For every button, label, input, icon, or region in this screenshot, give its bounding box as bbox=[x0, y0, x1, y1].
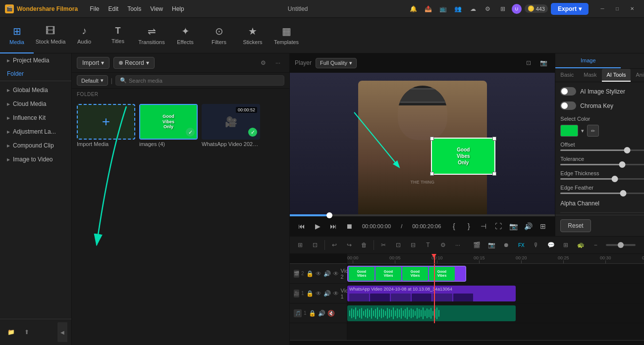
sidebar-item-compound-clip[interactable]: ▶ Compound Clip bbox=[0, 139, 71, 152]
edge-feather-slider-handle[interactable] bbox=[620, 190, 627, 197]
extra-button-1[interactable]: ⊞ bbox=[559, 239, 572, 251]
sidebar-item-project-media[interactable]: ▶ Project Media bbox=[0, 53, 71, 67]
images-thumb[interactable]: GoodVibesOnly ✓ bbox=[139, 104, 198, 140]
toolbar-stock-media[interactable]: 🎞 Stock Media bbox=[34, 18, 67, 53]
toolbar-titles[interactable]: T Titles bbox=[101, 18, 135, 53]
pip-button[interactable]: ⊞ bbox=[536, 219, 550, 233]
preview-timeline-bar[interactable] bbox=[290, 214, 555, 216]
overlay-green-box[interactable]: GoodVibesOnly bbox=[431, 138, 495, 175]
split-timeline-button[interactable]: ✂ bbox=[377, 239, 390, 251]
effects-timeline-button[interactable]: ⚙ bbox=[436, 239, 449, 251]
vol-up-button[interactable]: + bbox=[640, 239, 644, 251]
reset-button[interactable]: Reset bbox=[560, 219, 590, 232]
screen-icon[interactable]: 📺 bbox=[437, 3, 449, 15]
export-button[interactable]: Export ▾ bbox=[551, 3, 589, 15]
filter-settings-icon[interactable]: ⚙ bbox=[257, 56, 269, 69]
timeline-grid-icon[interactable]: ⊞ bbox=[294, 239, 307, 251]
video1-lock-icon[interactable]: 🔒 bbox=[306, 290, 314, 297]
minimize-button[interactable]: ─ bbox=[595, 3, 609, 15]
add-track-button[interactable]: 🎬 bbox=[470, 239, 483, 251]
grid-icon[interactable]: ⊞ bbox=[497, 3, 509, 15]
snapshot-icon[interactable]: 📷 bbox=[537, 56, 550, 69]
notification-icon[interactable]: 🔔 bbox=[408, 3, 420, 15]
camera-button[interactable]: 📷 bbox=[485, 239, 498, 251]
more-options-icon[interactable]: ··· bbox=[271, 56, 284, 69]
media-video-item[interactable]: 🎥 00:00:52 ✓ WhatsApp Video 2024-... bbox=[202, 104, 260, 147]
sidebar-item-adjustment-layers[interactable]: ▶ Adjustment La... bbox=[0, 125, 71, 139]
ai-image-stylizer-toggle[interactable] bbox=[560, 87, 576, 96]
skip-forward-button[interactable]: ⏭ bbox=[326, 219, 340, 233]
settings-icon[interactable]: ⚙ bbox=[482, 3, 494, 15]
subtab-animation[interactable]: Ani... bbox=[631, 69, 644, 82]
audio1-lock-icon[interactable]: 🔒 bbox=[309, 310, 316, 317]
tolerance-slider-handle[interactable] bbox=[619, 161, 625, 168]
video1-vol-icon[interactable]: 🔊 bbox=[323, 290, 331, 297]
tolerance-slider-track[interactable]: ↺ bbox=[560, 164, 644, 165]
menu-help[interactable]: Help bbox=[168, 3, 188, 14]
media-import-item[interactable]: + Import Media bbox=[77, 104, 135, 147]
offset-slider-track[interactable]: ↺ bbox=[560, 149, 644, 151]
record-button[interactable]: Record ▾ bbox=[113, 57, 155, 69]
timeline-thumb[interactable] bbox=[326, 212, 332, 218]
more-timeline-button[interactable]: ··· bbox=[451, 239, 464, 251]
subtitle-button[interactable]: 💬 bbox=[544, 239, 557, 251]
corner-handle-br[interactable] bbox=[492, 172, 496, 176]
sidebar-item-image-to-video[interactable]: ▶ Image to Video bbox=[0, 152, 71, 166]
community-icon[interactable]: 👥 bbox=[452, 3, 464, 15]
speed-button[interactable]: 🐢 bbox=[574, 239, 587, 251]
dual-view-icon[interactable]: ⊡ bbox=[522, 56, 535, 69]
video1-mute-icon[interactable]: 👁 bbox=[333, 290, 339, 297]
copy-button[interactable]: ⊟ bbox=[407, 239, 420, 251]
audio1-mute-icon[interactable]: 🔇 bbox=[327, 310, 335, 317]
corner-handle-bl[interactable] bbox=[430, 172, 434, 176]
video2-lock-icon[interactable]: 🔒 bbox=[306, 270, 314, 277]
corner-handle-tl[interactable] bbox=[430, 137, 434, 141]
corner-handle-tr[interactable] bbox=[492, 137, 496, 141]
toolbar-transitions[interactable]: ⇌ Transitions bbox=[135, 18, 168, 53]
chroma-key-toggle[interactable] bbox=[560, 101, 576, 110]
media-images-item[interactable]: GoodVibesOnly ✓ images (4) bbox=[139, 104, 198, 147]
sidebar-item-global-media[interactable]: ▶ Global Media bbox=[0, 83, 71, 97]
edge-thickness-slider-handle[interactable] bbox=[612, 176, 618, 182]
subtab-basic[interactable]: Basic bbox=[555, 69, 579, 82]
edge-feather-slider-track[interactable]: ↺ bbox=[560, 193, 644, 194]
maximize-button[interactable]: □ bbox=[610, 3, 624, 15]
video-clip-vibes[interactable]: GoodVibes GoodVibes GoodVibes GoodVibes bbox=[347, 266, 466, 282]
audio-clip-1[interactable] bbox=[347, 305, 516, 321]
mic-button[interactable]: 🎙 bbox=[530, 239, 542, 251]
color-picker-button[interactable]: ✏ bbox=[587, 125, 599, 137]
timeline-icon-2[interactable]: ⊡ bbox=[309, 239, 322, 251]
import-folder-icon[interactable]: ⬆ bbox=[20, 325, 34, 339]
new-folder-icon[interactable]: 📁 bbox=[4, 325, 18, 339]
toolbar-filters[interactable]: ⊙ Filters bbox=[202, 18, 236, 53]
crop-button[interactable]: ⊡ bbox=[392, 239, 405, 251]
video2-vol-icon[interactable]: 🔊 bbox=[323, 270, 331, 277]
zoom-slider-track[interactable] bbox=[606, 244, 636, 246]
offset-slider-handle[interactable] bbox=[624, 147, 630, 153]
sidebar-item-influence-kit[interactable]: ▶ Influence Kit bbox=[0, 111, 71, 125]
menu-tools[interactable]: Tools bbox=[123, 3, 145, 14]
edge-thickness-slider-track[interactable]: ↺ bbox=[560, 178, 644, 180]
vol-down-button[interactable]: − bbox=[589, 239, 602, 251]
video-thumb[interactable]: 🎥 00:00:52 ✓ bbox=[202, 104, 260, 140]
undo-button[interactable]: ↩ bbox=[328, 239, 341, 251]
quality-dropdown[interactable]: Full Quality ▾ bbox=[316, 58, 357, 68]
toolbar-stickers[interactable]: ★ Stickers bbox=[236, 18, 269, 53]
skip-back-button[interactable]: ⏮ bbox=[295, 219, 309, 233]
toolbar-templates[interactable]: ▦ Templates bbox=[269, 18, 303, 53]
video2-eye-icon[interactable]: 👁 bbox=[316, 270, 322, 277]
title-button[interactable]: T bbox=[422, 239, 434, 251]
import-thumb[interactable]: + bbox=[77, 104, 135, 140]
sidebar-item-folder[interactable]: Folder bbox=[0, 67, 71, 79]
play-button[interactable]: ▶ bbox=[311, 219, 324, 233]
audio1-vol-icon[interactable]: 🔊 bbox=[318, 310, 325, 317]
split-button[interactable]: ⊣ bbox=[477, 219, 490, 233]
toolbar-audio[interactable]: ♪ Audio bbox=[67, 18, 101, 53]
sidebar-item-cloud-media[interactable]: ▶ Cloud Media bbox=[0, 97, 71, 111]
subtab-ai-tools[interactable]: AI Tools bbox=[602, 69, 631, 82]
share-icon[interactable]: 📤 bbox=[423, 3, 434, 15]
color-dropdown-icon[interactable]: ▾ bbox=[581, 128, 584, 134]
menu-file[interactable]: File bbox=[86, 3, 103, 14]
collapse-panel-button[interactable]: ◀ bbox=[57, 322, 67, 342]
snapshot-ctrl-button[interactable]: 📷 bbox=[506, 219, 520, 233]
